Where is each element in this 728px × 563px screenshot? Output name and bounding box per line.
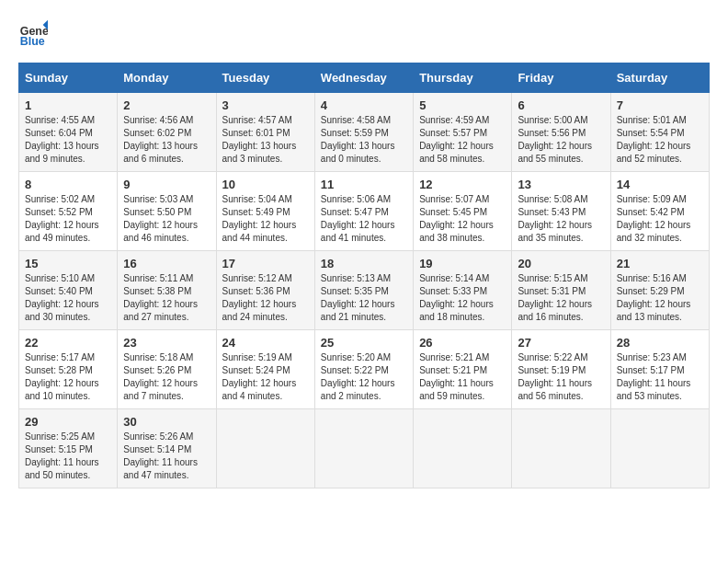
day-info: Sunrise: 5:25 AMSunset: 5:15 PMDaylight:… bbox=[25, 431, 111, 482]
day-info: Sunrise: 5:01 AMSunset: 5:54 PMDaylight:… bbox=[617, 114, 703, 166]
day-number: 8 bbox=[25, 178, 111, 191]
header-cell-saturday: Saturday bbox=[610, 63, 709, 93]
day-cell: 29 Sunrise: 5:25 AMSunset: 5:15 PMDaylig… bbox=[19, 409, 118, 488]
header-cell-wednesday: Wednesday bbox=[314, 63, 413, 93]
day-number: 14 bbox=[617, 178, 703, 191]
logo-icon: General Blue bbox=[18, 18, 48, 48]
day-number: 1 bbox=[25, 98, 111, 112]
week-row-2: 8 Sunrise: 5:02 AMSunset: 5:52 PMDayligh… bbox=[19, 172, 710, 251]
day-cell: 25 Sunrise: 5:20 AMSunset: 5:22 PMDaylig… bbox=[314, 330, 413, 409]
day-info: Sunrise: 5:08 AMSunset: 5:43 PMDaylight:… bbox=[518, 193, 604, 245]
day-number: 30 bbox=[123, 415, 210, 429]
day-info: Sunrise: 5:07 AMSunset: 5:45 PMDaylight:… bbox=[419, 193, 506, 245]
day-info: Sunrise: 4:56 AMSunset: 6:02 PMDaylight:… bbox=[123, 114, 210, 166]
day-info: Sunrise: 5:20 AMSunset: 5:22 PMDaylight:… bbox=[321, 351, 407, 403]
day-cell: 16 Sunrise: 5:11 AMSunset: 5:38 PMDaylig… bbox=[118, 251, 216, 330]
day-cell: 2 Sunrise: 4:56 AMSunset: 6:02 PMDayligh… bbox=[118, 93, 216, 172]
day-number: 28 bbox=[617, 336, 703, 350]
day-number: 2 bbox=[123, 98, 210, 112]
week-row-3: 15 Sunrise: 5:10 AMSunset: 5:40 PMDaylig… bbox=[19, 251, 710, 330]
day-info: Sunrise: 5:14 AMSunset: 5:33 PMDaylight:… bbox=[419, 272, 506, 324]
day-info: Sunrise: 4:55 AMSunset: 6:04 PMDaylight:… bbox=[25, 114, 111, 166]
day-number: 24 bbox=[222, 336, 309, 350]
day-cell: 28 Sunrise: 5:23 AMSunset: 5:17 PMDaylig… bbox=[610, 330, 709, 409]
week-row-1: 1 Sunrise: 4:55 AMSunset: 6:04 PMDayligh… bbox=[19, 93, 710, 172]
header-row: SundayMondayTuesdayWednesdayThursdayFrid… bbox=[19, 63, 710, 93]
day-number: 17 bbox=[222, 257, 309, 270]
day-number: 18 bbox=[321, 257, 407, 270]
day-info: Sunrise: 4:58 AMSunset: 5:59 PMDaylight:… bbox=[321, 114, 407, 166]
day-cell: 22 Sunrise: 5:17 AMSunset: 5:28 PMDaylig… bbox=[19, 330, 118, 409]
day-number: 4 bbox=[321, 98, 407, 112]
day-cell bbox=[610, 409, 709, 488]
day-info: Sunrise: 5:02 AMSunset: 5:52 PMDaylight:… bbox=[25, 193, 111, 245]
day-info: Sunrise: 5:04 AMSunset: 5:49 PMDaylight:… bbox=[222, 193, 309, 245]
day-info: Sunrise: 5:15 AMSunset: 5:31 PMDaylight:… bbox=[518, 272, 604, 324]
day-info: Sunrise: 4:57 AMSunset: 6:01 PMDaylight:… bbox=[222, 114, 309, 166]
header-cell-thursday: Thursday bbox=[414, 63, 512, 93]
svg-text:Blue: Blue bbox=[20, 35, 45, 48]
day-cell: 1 Sunrise: 4:55 AMSunset: 6:04 PMDayligh… bbox=[19, 93, 118, 172]
day-number: 23 bbox=[123, 336, 210, 350]
day-info: Sunrise: 5:22 AMSunset: 5:19 PMDaylight:… bbox=[518, 351, 604, 403]
day-cell: 15 Sunrise: 5:10 AMSunset: 5:40 PMDaylig… bbox=[19, 251, 118, 330]
week-row-5: 29 Sunrise: 5:25 AMSunset: 5:15 PMDaylig… bbox=[19, 409, 710, 488]
header-cell-sunday: Sunday bbox=[19, 63, 118, 93]
day-cell: 8 Sunrise: 5:02 AMSunset: 5:52 PMDayligh… bbox=[19, 172, 118, 251]
day-number: 5 bbox=[419, 98, 506, 112]
day-cell: 30 Sunrise: 5:26 AMSunset: 5:14 PMDaylig… bbox=[118, 409, 216, 488]
day-cell: 6 Sunrise: 5:00 AMSunset: 5:56 PMDayligh… bbox=[512, 93, 610, 172]
header-cell-tuesday: Tuesday bbox=[216, 63, 314, 93]
day-cell: 20 Sunrise: 5:15 AMSunset: 5:31 PMDaylig… bbox=[512, 251, 610, 330]
day-info: Sunrise: 5:03 AMSunset: 5:50 PMDaylight:… bbox=[123, 193, 210, 245]
day-number: 19 bbox=[419, 257, 506, 270]
day-cell: 12 Sunrise: 5:07 AMSunset: 5:45 PMDaylig… bbox=[414, 172, 512, 251]
day-cell: 5 Sunrise: 4:59 AMSunset: 5:57 PMDayligh… bbox=[414, 93, 512, 172]
day-info: Sunrise: 5:16 AMSunset: 5:29 PMDaylight:… bbox=[617, 272, 703, 324]
day-number: 29 bbox=[25, 415, 111, 429]
header-cell-friday: Friday bbox=[512, 63, 610, 93]
day-number: 16 bbox=[123, 257, 210, 270]
day-cell: 14 Sunrise: 5:09 AMSunset: 5:42 PMDaylig… bbox=[610, 172, 709, 251]
day-cell: 17 Sunrise: 5:12 AMSunset: 5:36 PMDaylig… bbox=[216, 251, 314, 330]
calendar-table: SundayMondayTuesdayWednesdayThursdayFrid… bbox=[18, 63, 710, 488]
day-cell: 7 Sunrise: 5:01 AMSunset: 5:54 PMDayligh… bbox=[610, 93, 709, 172]
day-cell: 11 Sunrise: 5:06 AMSunset: 5:47 PMDaylig… bbox=[314, 172, 413, 251]
day-number: 9 bbox=[123, 178, 210, 191]
header-cell-monday: Monday bbox=[118, 63, 216, 93]
day-number: 15 bbox=[25, 257, 111, 270]
day-cell: 13 Sunrise: 5:08 AMSunset: 5:43 PMDaylig… bbox=[512, 172, 610, 251]
day-info: Sunrise: 5:12 AMSunset: 5:36 PMDaylight:… bbox=[222, 272, 309, 324]
day-info: Sunrise: 5:13 AMSunset: 5:35 PMDaylight:… bbox=[321, 272, 407, 324]
day-cell bbox=[314, 409, 413, 488]
day-cell: 21 Sunrise: 5:16 AMSunset: 5:29 PMDaylig… bbox=[610, 251, 709, 330]
day-info: Sunrise: 5:06 AMSunset: 5:47 PMDaylight:… bbox=[321, 193, 407, 245]
day-number: 25 bbox=[321, 336, 407, 350]
day-cell: 18 Sunrise: 5:13 AMSunset: 5:35 PMDaylig… bbox=[314, 251, 413, 330]
day-info: Sunrise: 5:18 AMSunset: 5:26 PMDaylight:… bbox=[123, 351, 210, 403]
day-number: 13 bbox=[518, 178, 604, 191]
day-number: 6 bbox=[518, 98, 604, 112]
day-cell: 9 Sunrise: 5:03 AMSunset: 5:50 PMDayligh… bbox=[118, 172, 216, 251]
day-info: Sunrise: 4:59 AMSunset: 5:57 PMDaylight:… bbox=[419, 114, 506, 166]
day-info: Sunrise: 5:09 AMSunset: 5:42 PMDaylight:… bbox=[617, 193, 703, 245]
logo: General Blue bbox=[18, 18, 51, 48]
day-cell: 19 Sunrise: 5:14 AMSunset: 5:33 PMDaylig… bbox=[414, 251, 512, 330]
day-cell: 3 Sunrise: 4:57 AMSunset: 6:01 PMDayligh… bbox=[216, 93, 314, 172]
day-number: 27 bbox=[518, 336, 604, 350]
day-number: 21 bbox=[617, 257, 703, 270]
day-info: Sunrise: 5:21 AMSunset: 5:21 PMDaylight:… bbox=[419, 351, 506, 403]
day-number: 11 bbox=[321, 178, 407, 191]
day-number: 22 bbox=[25, 336, 111, 350]
day-cell bbox=[414, 409, 512, 488]
day-cell bbox=[512, 409, 610, 488]
day-info: Sunrise: 5:10 AMSunset: 5:40 PMDaylight:… bbox=[25, 272, 111, 324]
day-number: 12 bbox=[419, 178, 506, 191]
day-info: Sunrise: 5:17 AMSunset: 5:28 PMDaylight:… bbox=[25, 351, 111, 403]
day-cell: 23 Sunrise: 5:18 AMSunset: 5:26 PMDaylig… bbox=[118, 330, 216, 409]
day-number: 20 bbox=[518, 257, 604, 270]
day-number: 7 bbox=[617, 98, 703, 112]
day-cell: 27 Sunrise: 5:22 AMSunset: 5:19 PMDaylig… bbox=[512, 330, 610, 409]
day-cell: 10 Sunrise: 5:04 AMSunset: 5:49 PMDaylig… bbox=[216, 172, 314, 251]
day-number: 10 bbox=[222, 178, 309, 191]
